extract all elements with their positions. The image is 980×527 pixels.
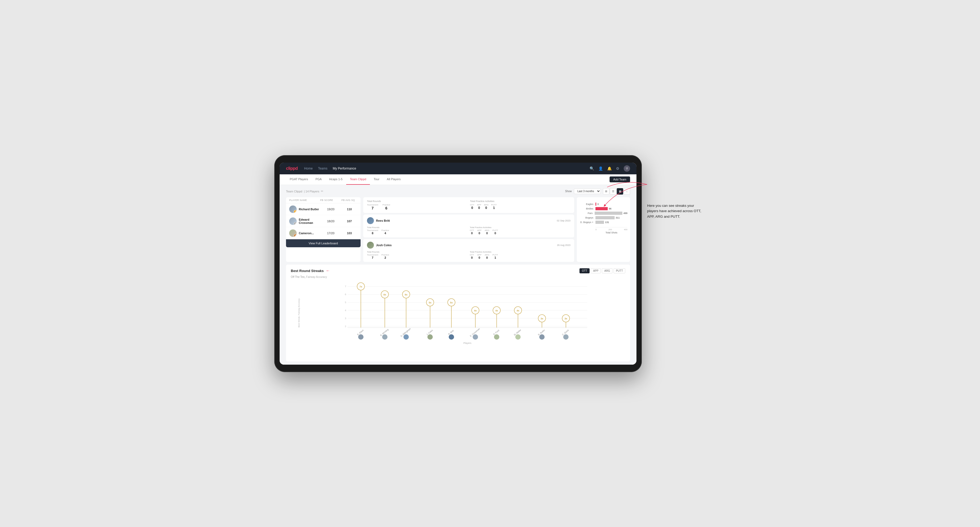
arg-sublabel-1: ARG bbox=[485, 229, 489, 232]
total-rounds-label: Total Rounds bbox=[367, 200, 467, 203]
practice-act-label-2: Total Practice Activities bbox=[470, 251, 570, 253]
tab-all-players[interactable]: All Players bbox=[383, 174, 404, 185]
svg-point-56 bbox=[539, 334, 545, 340]
bar-eagles bbox=[595, 203, 596, 206]
ott-sublabel-1: OTT bbox=[470, 229, 474, 232]
ott-val-1: 0 bbox=[470, 232, 474, 235]
tab-pga[interactable]: PGA bbox=[312, 174, 325, 185]
filter-app-btn[interactable]: APP bbox=[591, 268, 601, 273]
sub-nav: PGAT Players PGA Hcaps 1-5 Team Clippd T… bbox=[280, 174, 636, 185]
tab-tour[interactable]: Tour bbox=[370, 174, 383, 185]
lb-player-2: 2 Edward Crossman bbox=[289, 217, 320, 225]
search-icon[interactable]: 🔍 bbox=[590, 167, 594, 171]
app-val-2: 0 bbox=[477, 256, 482, 259]
rank-badge-2: 2 bbox=[294, 222, 297, 225]
nav-teams[interactable]: Teams bbox=[318, 165, 327, 171]
putt-label: PUTT bbox=[491, 204, 497, 206]
team-name: Team Clippd bbox=[286, 190, 302, 193]
total-rounds-label-2: Total Rounds bbox=[367, 251, 468, 253]
app-logo: clippd bbox=[286, 166, 298, 171]
main-content: Team Clippd | 14 Players ✏ Show Last 3 m… bbox=[280, 185, 636, 365]
player-score-3: 17/20 bbox=[320, 232, 341, 235]
svg-point-41 bbox=[473, 334, 478, 340]
svg-text:5x: 5x bbox=[429, 301, 431, 304]
player-count: | 14 Players bbox=[304, 190, 319, 193]
bar-label-birdies: Birdies bbox=[580, 207, 595, 210]
avatar bbox=[367, 242, 374, 249]
table-row: 3 Cameron... 17/20 103 bbox=[286, 227, 361, 239]
tab-pgat[interactable]: PGAT Players bbox=[286, 174, 312, 185]
bar-label-bogeys: Bogeys bbox=[580, 216, 595, 219]
annotation-area: Here you can see streaks your players ha… bbox=[647, 155, 706, 220]
streaks-filter-btns: OTT APP ARG PUTT bbox=[579, 268, 625, 273]
avatar: 3 bbox=[289, 229, 297, 237]
practice-val-1: 4 bbox=[381, 232, 389, 235]
bar-value-eagles: 3 bbox=[597, 203, 599, 205]
svg-point-36 bbox=[449, 334, 454, 340]
player-avg-3: 103 bbox=[341, 232, 357, 235]
tournament-val-2: 7 bbox=[367, 256, 378, 259]
svg-point-51 bbox=[515, 334, 520, 340]
lb-player-1: 1 Richard Butler bbox=[289, 205, 320, 213]
x-axis-players-label: Players bbox=[309, 342, 625, 344]
practice-value: 6 bbox=[382, 206, 390, 210]
x-label-0: 0 bbox=[595, 229, 597, 231]
streaks-header: Best Round Streaks ← OTT APP ARG PUTT bbox=[291, 268, 625, 273]
bar-label-dbogeys: D. Bogeys + bbox=[580, 221, 595, 224]
streaks-title: Best Round Streaks bbox=[291, 269, 324, 273]
card-date-2: 26 Aug 2023 bbox=[557, 244, 570, 246]
arg-value: 0 bbox=[484, 206, 488, 210]
practice-val-2: 2 bbox=[381, 256, 389, 259]
content-grid: PLAYER NAME PB SCORE PB AVG SQ 1 bbox=[286, 197, 630, 262]
arrow-indicator: ← bbox=[326, 268, 330, 273]
practice-activities-label: Total Practice Activities bbox=[470, 200, 570, 203]
filter-ott-btn[interactable]: OTT bbox=[579, 268, 590, 273]
putt-sublabel-2: PUTT bbox=[492, 254, 498, 256]
filter-putt-btn[interactable]: PUTT bbox=[614, 268, 625, 273]
svg-text:5x: 5x bbox=[450, 301, 453, 304]
avatar: 1 bbox=[289, 205, 297, 213]
filter-arg-btn[interactable]: ARG bbox=[602, 268, 612, 273]
lb-col-avg: PB AVG SQ bbox=[341, 199, 357, 202]
view-full-leaderboard-button[interactable]: View Full Leaderboard bbox=[286, 239, 361, 247]
svg-point-61 bbox=[563, 334, 568, 340]
rank-badge-1: 1 bbox=[294, 210, 297, 213]
putt-sublabel-1: PUTT bbox=[492, 229, 498, 232]
player-avg-1: 110 bbox=[341, 208, 357, 211]
lb-player-3: 3 Cameron... bbox=[289, 229, 320, 237]
y-axis-label: Best Streak, Fairway Accuracy bbox=[298, 311, 300, 327]
period-select[interactable]: Last 3 months bbox=[574, 189, 601, 194]
sub-nav-links: PGAT Players PGA Hcaps 1-5 Team Clippd T… bbox=[286, 174, 404, 185]
practice-act-label-1: Total Practice Activities bbox=[470, 226, 570, 229]
putt-val-2: 1 bbox=[492, 256, 498, 259]
tab-team-clippd[interactable]: Team Clippd bbox=[346, 174, 370, 185]
tournament-val-1: 8 bbox=[367, 232, 378, 235]
ott-label: OTT bbox=[470, 204, 474, 206]
svg-point-31 bbox=[428, 334, 433, 340]
nav-home[interactable]: Home bbox=[304, 165, 313, 171]
ott-sublabel-2: OTT bbox=[470, 254, 474, 256]
nav-my-performance[interactable]: My Performance bbox=[332, 165, 356, 171]
total-rounds-label-1: Total Rounds bbox=[367, 226, 468, 229]
tablet-screen: clippd Home Teams My Performance 🔍 👤 🔔 ⚙… bbox=[280, 163, 636, 365]
player-card-rees: Rees Britt 02 Sep 2023 Total Rounds Tour… bbox=[363, 214, 574, 237]
player-card-top: Total Rounds Tournament 7 Practice bbox=[363, 197, 574, 213]
practice-label: Practice bbox=[382, 204, 390, 206]
svg-text:4x: 4x bbox=[474, 309, 477, 312]
app-sublabel-1: APP bbox=[477, 229, 482, 232]
svg-text:4x: 4x bbox=[517, 309, 519, 312]
streak-chart-svg: 7 6 5 4 3 2 7x E. Ebert bbox=[309, 281, 625, 340]
player-card-josh: Josh Coles 26 Aug 2023 Total Rounds Tour… bbox=[363, 239, 574, 262]
tab-hcaps[interactable]: Hcaps 1-5 bbox=[325, 174, 346, 185]
svg-text:7x: 7x bbox=[360, 285, 362, 288]
svg-text:7: 7 bbox=[345, 285, 346, 288]
bar-label-pars: Pars bbox=[580, 212, 595, 214]
team-title: Team Clippd | 14 Players ✏ bbox=[286, 189, 323, 193]
arg-val-1: 0 bbox=[485, 232, 489, 235]
svg-text:5: 5 bbox=[345, 301, 346, 304]
nav-links: Home Teams My Performance bbox=[304, 165, 583, 171]
svg-text:2: 2 bbox=[345, 325, 346, 328]
player-name-3: Cameron... bbox=[299, 232, 314, 235]
lb-col-score: PB SCORE bbox=[320, 199, 341, 202]
edit-icon[interactable]: ✏ bbox=[321, 189, 323, 193]
